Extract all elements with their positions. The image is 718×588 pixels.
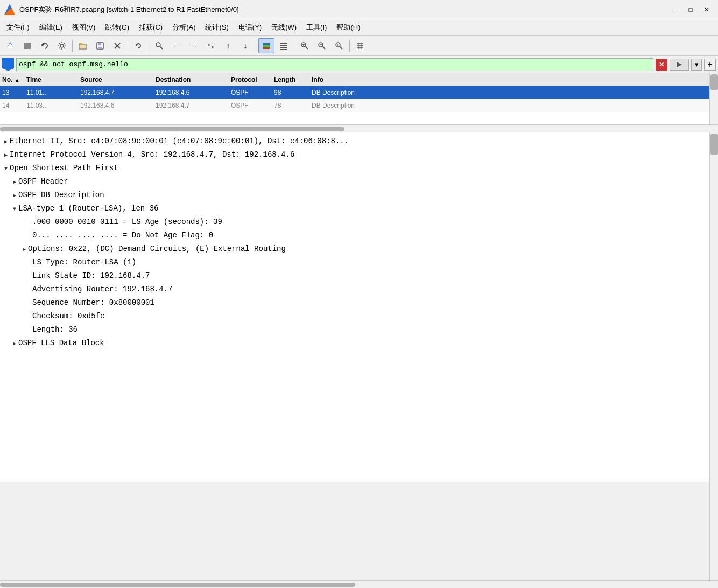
detail-adv-router-text: Advertising Router: 192.168.4.7 xyxy=(32,285,172,293)
detail-length-text: Length: 36 xyxy=(32,325,78,334)
col-header-protocol[interactable]: Protocol xyxy=(231,76,274,83)
detail-ospf-db[interactable]: OSPF DB Description xyxy=(0,188,709,202)
detail-ospf-lls[interactable]: OSPF LLS Data Block xyxy=(0,337,709,350)
toolbar: ← → ⇆ ↑ ↓ 1 xyxy=(0,36,718,56)
detail-ospf[interactable]: Open Shortest Path First xyxy=(0,162,709,175)
toolbar-last-button[interactable]: ↓ xyxy=(237,38,254,53)
filter-input[interactable]: ospf && not ospf.msg.hello xyxy=(16,58,653,71)
window-controls: ─ □ ✕ xyxy=(667,4,714,15)
maximize-button[interactable]: □ xyxy=(684,4,698,15)
toolbar-shark-icon[interactable] xyxy=(2,38,18,53)
pkt-proto-13: OSPF xyxy=(231,89,274,96)
detail-ip-text: Internet Protocol Version 4, Src: 192.16… xyxy=(10,150,294,159)
menu-view[interactable]: 视图(V) xyxy=(68,20,100,34)
detail-adv-router[interactable]: Advertising Router: 192.168.4.7 xyxy=(0,283,709,296)
detail-ip[interactable]: Internet Protocol Version 4, Src: 192.16… xyxy=(0,148,709,162)
detail-do-not-age[interactable]: 0... .... .... .... = Do Not Age Flag: 0 xyxy=(0,229,709,242)
detail-ls-age[interactable]: .000 0000 0010 0111 = LS Age (seconds): … xyxy=(0,215,709,229)
detail-hscroll-thumb[interactable] xyxy=(0,583,355,587)
svg-rect-9 xyxy=(98,43,101,45)
filter-apply-button[interactable] xyxy=(670,59,689,71)
toolbar-open-button[interactable] xyxy=(75,38,91,53)
toolbar-list-button[interactable] xyxy=(276,38,292,53)
menu-go[interactable]: 跳转(G) xyxy=(101,20,133,34)
detail-length[interactable]: Length: 36 xyxy=(0,323,709,337)
menu-wireless[interactable]: 无线(W) xyxy=(267,20,301,34)
menu-capture[interactable]: 捕获(C) xyxy=(135,20,167,34)
minimize-button[interactable]: ─ xyxy=(667,4,681,15)
menu-telephony[interactable]: 电话(Y) xyxy=(234,20,266,34)
toolbar-zoom-in-button[interactable] xyxy=(297,38,313,53)
pkt-proto-14: OSPF xyxy=(231,102,274,109)
col-header-destination[interactable]: Destination xyxy=(156,76,231,83)
detail-ls-type[interactable]: LS Type: Router-LSA (1) xyxy=(0,256,709,269)
detail-options[interactable]: Options: 0x22, (DC) Demand Circuits, (E)… xyxy=(0,242,709,256)
filter-clear-button[interactable]: ✕ xyxy=(656,59,667,71)
detail-do-not-age-text: 0... .... .... .... = Do Not Age Flag: 0 xyxy=(32,231,213,240)
detail-checksum-text: Checksum: 0xd5fc xyxy=(32,312,104,320)
packet-row-13[interactable]: 13 11.01... 192.168.4.7 192.168.4.6 OSPF… xyxy=(0,86,709,99)
col-header-info[interactable]: Info xyxy=(312,76,707,83)
detail-vscroll[interactable] xyxy=(709,132,718,580)
toolbar-forward-button[interactable]: → xyxy=(186,38,202,53)
pkt-src-14: 192.168.4.6 xyxy=(80,102,156,109)
menu-tools[interactable]: 工具(I) xyxy=(302,20,331,34)
toolbar-restart-button[interactable] xyxy=(37,38,53,53)
svg-rect-22 xyxy=(280,49,287,50)
detail-ethernet[interactable]: Ethernet II, Src: c4:07:08:9c:00:01 (c4:… xyxy=(0,135,709,148)
menu-help[interactable]: 帮助(H) xyxy=(332,20,364,34)
menu-file[interactable]: 文件(F) xyxy=(2,20,34,34)
col-header-no[interactable]: No. ▲ xyxy=(2,76,26,83)
vscroll-thumb[interactable] xyxy=(710,74,718,90)
toolbar-zoom-out-button[interactable] xyxy=(314,38,330,53)
close-button[interactable]: ✕ xyxy=(700,4,714,15)
sort-arrow-no: ▲ xyxy=(15,77,20,83)
detail-checksum[interactable]: Checksum: 0xd5fc xyxy=(0,310,709,323)
toolbar-colorize-button[interactable] xyxy=(258,38,274,53)
toolbar-separator-5 xyxy=(294,40,294,52)
packet-list-hscroll[interactable] xyxy=(0,125,718,132)
detail-ls-type-text: LS Type: Router-LSA (1) xyxy=(32,258,136,267)
filter-bookmark-icon[interactable] xyxy=(2,58,14,71)
detail-link-state-id[interactable]: Link State ID: 192.168.4.7 xyxy=(0,269,709,283)
packet-row-14[interactable]: 14 11.03... 192.168.4.6 192.168.4.7 OSPF… xyxy=(0,99,709,112)
toolbar-normal-size-button[interactable]: 1 xyxy=(331,38,347,53)
toolbar-resize-cols-button[interactable] xyxy=(352,38,368,53)
detail-ospf-header[interactable]: OSPF Header xyxy=(0,175,709,188)
detail-hscroll[interactable] xyxy=(0,580,718,588)
filter-add-button[interactable]: + xyxy=(704,59,716,71)
svg-line-31 xyxy=(340,46,342,49)
packet-list-panel: No. ▲ Time Source Destination Protocol L… xyxy=(0,73,718,125)
expand-ospf-header-icon xyxy=(13,179,16,185)
detail-vscroll-thumb[interactable] xyxy=(710,134,718,155)
col-header-source[interactable]: Source xyxy=(80,76,156,83)
toolbar-close-button[interactable] xyxy=(109,38,125,53)
pkt-time-14: 11.03... xyxy=(26,102,80,109)
svg-rect-16 xyxy=(263,43,270,45)
menu-statistics[interactable]: 统计(S) xyxy=(201,20,233,34)
svg-marker-1 xyxy=(6,43,14,48)
toolbar-reload-button[interactable] xyxy=(130,38,146,53)
packet-list-hscroll-thumb[interactable] xyxy=(0,127,344,131)
col-header-length[interactable]: Length xyxy=(274,76,312,83)
pkt-len-14: 78 xyxy=(274,102,312,109)
pkt-no-14: 14 xyxy=(2,102,26,109)
filter-dropdown-button[interactable]: ▾ xyxy=(691,59,702,71)
col-header-time[interactable]: Time xyxy=(26,76,80,83)
packet-list-vscroll[interactable] xyxy=(709,73,718,124)
detail-lsa-type[interactable]: LSA-type 1 (Router-LSA), len 36 xyxy=(0,202,709,215)
toolbar-stop-button[interactable] xyxy=(19,38,36,53)
svg-rect-7 xyxy=(79,44,87,49)
detail-ethernet-text: Ethernet II, Src: c4:07:08:9c:00:01 (c4:… xyxy=(10,137,349,145)
toolbar-back-button[interactable]: ← xyxy=(168,38,185,53)
svg-marker-13 xyxy=(135,44,138,46)
toolbar-settings-button[interactable] xyxy=(54,38,70,53)
toolbar-first-button[interactable]: ↑ xyxy=(220,38,236,53)
expand-ospf-db-icon xyxy=(13,193,16,199)
menu-edit[interactable]: 编辑(E) xyxy=(35,20,67,34)
toolbar-jumpto-button[interactable]: ⇆ xyxy=(203,38,219,53)
detail-seq-num[interactable]: Sequence Number: 0x80000001 xyxy=(0,296,709,310)
toolbar-find-button[interactable] xyxy=(151,38,167,53)
toolbar-save-button[interactable] xyxy=(92,38,108,53)
menu-analyze[interactable]: 分析(A) xyxy=(168,20,200,34)
